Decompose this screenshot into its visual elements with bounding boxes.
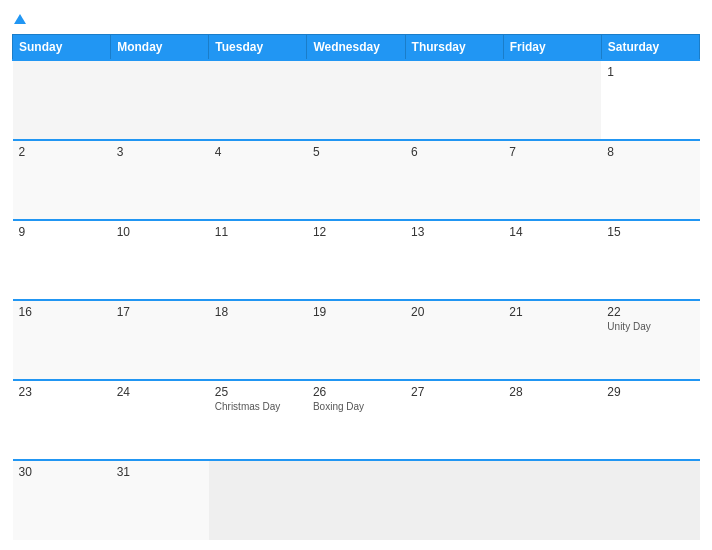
day-number: 4: [215, 145, 301, 159]
day-number: 25: [215, 385, 301, 399]
day-number: 27: [411, 385, 497, 399]
day-number: 19: [313, 305, 399, 319]
week-row-6: 3031: [13, 460, 700, 540]
day-number: 15: [607, 225, 693, 239]
day-number: 28: [509, 385, 595, 399]
calendar-cell: 11: [209, 220, 307, 300]
calendar-cell: 5: [307, 140, 405, 220]
calendar-table: SundayMondayTuesdayWednesdayThursdayFrid…: [12, 34, 700, 540]
day-number: 16: [19, 305, 105, 319]
calendar-cell: 2: [13, 140, 111, 220]
week-row-3: 9101112131415: [13, 220, 700, 300]
day-number: 22: [607, 305, 693, 319]
day-number: 1: [607, 65, 693, 79]
calendar-cell: [111, 60, 209, 140]
calendar-cell: 31: [111, 460, 209, 540]
day-number: 7: [509, 145, 595, 159]
weekday-header-wednesday: Wednesday: [307, 35, 405, 61]
day-number: 13: [411, 225, 497, 239]
weekday-header-saturday: Saturday: [601, 35, 699, 61]
week-row-5: 232425Christmas Day26Boxing Day272829: [13, 380, 700, 460]
calendar-cell: 9: [13, 220, 111, 300]
day-number: 20: [411, 305, 497, 319]
day-number: 2: [19, 145, 105, 159]
day-number: 21: [509, 305, 595, 319]
calendar-cell: [503, 460, 601, 540]
calendar-cell: [405, 460, 503, 540]
weekday-header-monday: Monday: [111, 35, 209, 61]
calendar-cell: [13, 60, 111, 140]
calendar-cell: 10: [111, 220, 209, 300]
header: [12, 10, 700, 26]
day-number: 29: [607, 385, 693, 399]
calendar-cell: [405, 60, 503, 140]
calendar-cell: 19: [307, 300, 405, 380]
calendar-cell: [209, 60, 307, 140]
calendar-cell: 28: [503, 380, 601, 460]
logo: [12, 10, 26, 26]
calendar-cell: 7: [503, 140, 601, 220]
calendar-cell: 13: [405, 220, 503, 300]
calendar-cell: 22Unity Day: [601, 300, 699, 380]
calendar-cell: 8: [601, 140, 699, 220]
week-row-4: 16171819202122Unity Day: [13, 300, 700, 380]
day-number: 23: [19, 385, 105, 399]
calendar-cell: 21: [503, 300, 601, 380]
calendar-cell: 20: [405, 300, 503, 380]
calendar-cell: 24: [111, 380, 209, 460]
day-number: 9: [19, 225, 105, 239]
holiday-name: Unity Day: [607, 321, 693, 332]
holiday-name: Christmas Day: [215, 401, 301, 412]
calendar-cell: 17: [111, 300, 209, 380]
calendar-cell: [209, 460, 307, 540]
calendar-cell: 6: [405, 140, 503, 220]
calendar-cell: 4: [209, 140, 307, 220]
calendar-cell: 25Christmas Day: [209, 380, 307, 460]
calendar-cell: 30: [13, 460, 111, 540]
calendar-body: 12345678910111213141516171819202122Unity…: [13, 60, 700, 540]
weekday-header-sunday: Sunday: [13, 35, 111, 61]
day-number: 5: [313, 145, 399, 159]
calendar-cell: [503, 60, 601, 140]
calendar-cell: 23: [13, 380, 111, 460]
calendar-cell: 18: [209, 300, 307, 380]
day-number: 30: [19, 465, 105, 479]
calendar-cell: 1: [601, 60, 699, 140]
day-number: 12: [313, 225, 399, 239]
day-number: 6: [411, 145, 497, 159]
calendar-cell: 16: [13, 300, 111, 380]
weekday-header-thursday: Thursday: [405, 35, 503, 61]
weekday-header-row: SundayMondayTuesdayWednesdayThursdayFrid…: [13, 35, 700, 61]
week-row-2: 2345678: [13, 140, 700, 220]
day-number: 14: [509, 225, 595, 239]
calendar-cell: [307, 60, 405, 140]
calendar-cell: 15: [601, 220, 699, 300]
weekday-header-tuesday: Tuesday: [209, 35, 307, 61]
week-row-1: 1: [13, 60, 700, 140]
calendar-cell: 3: [111, 140, 209, 220]
holiday-name: Boxing Day: [313, 401, 399, 412]
day-number: 24: [117, 385, 203, 399]
day-number: 10: [117, 225, 203, 239]
calendar-cell: 14: [503, 220, 601, 300]
weekday-header-friday: Friday: [503, 35, 601, 61]
calendar-cell: 12: [307, 220, 405, 300]
day-number: 17: [117, 305, 203, 319]
calendar-cell: 27: [405, 380, 503, 460]
calendar-cell: [601, 460, 699, 540]
day-number: 11: [215, 225, 301, 239]
calendar-cell: [307, 460, 405, 540]
day-number: 8: [607, 145, 693, 159]
day-number: 3: [117, 145, 203, 159]
day-number: 18: [215, 305, 301, 319]
calendar-cell: 29: [601, 380, 699, 460]
calendar-page: SundayMondayTuesdayWednesdayThursdayFrid…: [0, 0, 712, 550]
day-number: 31: [117, 465, 203, 479]
day-number: 26: [313, 385, 399, 399]
logo-text: [12, 10, 26, 26]
logo-triangle-icon: [14, 14, 26, 24]
calendar-cell: 26Boxing Day: [307, 380, 405, 460]
